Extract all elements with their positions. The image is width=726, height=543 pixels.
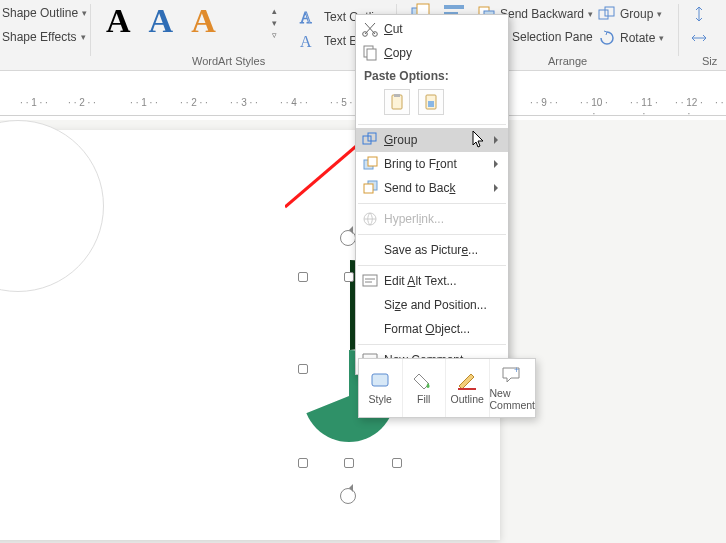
svg-text:A: A bbox=[300, 9, 312, 26]
bring-front-icon bbox=[361, 155, 379, 173]
rotate-button[interactable]: Rotate▾ bbox=[598, 30, 664, 46]
svg-rect-24 bbox=[368, 157, 377, 166]
width-icon bbox=[690, 30, 708, 46]
copy-icon bbox=[361, 44, 379, 62]
menu-size-and-position[interactable]: Size and Position... bbox=[356, 293, 508, 317]
cut-icon bbox=[361, 20, 379, 38]
svg-rect-21 bbox=[363, 136, 371, 144]
wordart-gallery-up[interactable]: ▴ bbox=[272, 6, 277, 16]
svg-rect-9 bbox=[599, 10, 608, 19]
ruler-tick: · · 13 · · bbox=[715, 97, 726, 119]
text-effects-icon: A bbox=[298, 30, 320, 52]
svg-rect-16 bbox=[367, 49, 376, 60]
selection-handle[interactable] bbox=[298, 364, 308, 374]
wordart-gallery[interactable]: A A A bbox=[106, 4, 216, 38]
context-menu: Cut Copy Paste Options: Group Bring to F… bbox=[355, 14, 509, 375]
text-outline-icon: A bbox=[298, 6, 320, 28]
wordart-style-2[interactable]: A bbox=[149, 4, 174, 38]
selection-handle[interactable] bbox=[298, 458, 308, 468]
ruler-tick: · · 4 · · bbox=[280, 97, 308, 108]
hyperlink-icon bbox=[361, 210, 379, 228]
ruler-tick: · · 5 · · bbox=[330, 97, 358, 108]
selection-handle[interactable] bbox=[392, 458, 402, 468]
svg-rect-22 bbox=[368, 133, 376, 141]
ruler-tick: · · 3 · · bbox=[230, 97, 258, 108]
height-icon bbox=[690, 6, 708, 22]
mini-style-button[interactable]: Style bbox=[359, 359, 403, 417]
clipboard-icon bbox=[388, 93, 406, 111]
shape-effects-button[interactable]: Shape Effects▾ bbox=[2, 30, 86, 44]
fill-icon bbox=[413, 371, 435, 391]
svg-rect-26 bbox=[364, 184, 373, 193]
ruler-tick: · · 2 · · bbox=[180, 97, 208, 108]
menu-save-as-picture[interactable]: Save as Picture... bbox=[356, 238, 508, 262]
new-comment-icon: + bbox=[501, 365, 523, 385]
ruler-tick: · · 11 · · bbox=[630, 97, 658, 119]
selection-handle[interactable] bbox=[344, 458, 354, 468]
mini-fill-button[interactable]: Fill bbox=[403, 359, 447, 417]
shape-outline-button[interactable]: Shape Outline▾ bbox=[2, 6, 87, 20]
send-back-icon bbox=[361, 179, 379, 197]
svg-text:A: A bbox=[300, 33, 312, 50]
menu-copy[interactable]: Copy bbox=[356, 41, 508, 65]
menu-hyperlink: Hyperlink... bbox=[356, 207, 508, 231]
paste-picture[interactable] bbox=[418, 89, 444, 115]
paste-use-theme[interactable] bbox=[384, 89, 410, 115]
menu-edit-alt-text[interactable]: Edit Alt Text... bbox=[356, 269, 508, 293]
ruler-tick: · · 9 · · bbox=[530, 97, 558, 108]
svg-rect-4 bbox=[444, 5, 464, 9]
style-icon bbox=[369, 371, 391, 391]
svg-rect-29 bbox=[372, 374, 388, 386]
svg-rect-18 bbox=[394, 94, 400, 97]
size-height-button[interactable] bbox=[690, 6, 708, 22]
wordart-style-3[interactable]: A bbox=[191, 4, 216, 38]
rotation-handle[interactable] bbox=[340, 488, 356, 504]
menu-cut[interactable]: Cut bbox=[356, 17, 508, 41]
alt-text-icon bbox=[361, 272, 379, 290]
menu-format-object[interactable]: Format Object... bbox=[356, 317, 508, 341]
size-width-button[interactable] bbox=[690, 30, 708, 46]
svg-rect-17 bbox=[392, 95, 402, 109]
svg-rect-28 bbox=[363, 275, 377, 286]
ruler-tick: · · 12 · · bbox=[675, 97, 703, 119]
ruler-tick: · · 10 · · bbox=[580, 97, 608, 119]
group-icon bbox=[598, 6, 616, 22]
group-icon bbox=[361, 131, 379, 149]
menu-group[interactable]: Group bbox=[356, 128, 508, 152]
svg-rect-20 bbox=[428, 101, 434, 107]
arrange-group-label: Arrange bbox=[548, 55, 587, 67]
wordart-styles-group-label: WordArt Styles bbox=[192, 55, 265, 67]
ruler-tick: · · 2 · · bbox=[68, 97, 96, 108]
svg-rect-10 bbox=[605, 7, 614, 16]
ruler-tick: · · 1 · · bbox=[130, 97, 158, 108]
outline-icon bbox=[456, 371, 478, 391]
ruler-tick: · · 1 · · bbox=[20, 97, 48, 108]
menu-bring-to-front[interactable]: Bring to Front bbox=[356, 152, 508, 176]
group-button[interactable]: Group▾ bbox=[598, 6, 662, 22]
wordart-gallery-down[interactable]: ▾ bbox=[272, 18, 277, 28]
clipboard-picture-icon bbox=[422, 93, 440, 111]
wordart-style-1[interactable]: A bbox=[106, 4, 131, 38]
wordart-gallery-more[interactable]: ▿ bbox=[272, 30, 277, 40]
selection-handle[interactable] bbox=[298, 272, 308, 282]
selection-handle[interactable] bbox=[344, 272, 354, 282]
mini-toolbar: Style Fill Outline + NewComment bbox=[358, 358, 536, 418]
mini-new-comment-button[interactable]: + NewComment bbox=[490, 359, 536, 417]
selection-pane-button[interactable]: Selection Pane bbox=[512, 30, 593, 44]
size-group-label: Siz bbox=[702, 55, 717, 67]
rotate-icon bbox=[598, 30, 616, 46]
paste-options-label: Paste Options: bbox=[356, 65, 508, 85]
svg-rect-30 bbox=[458, 388, 476, 390]
menu-send-to-back[interactable]: Send to Back bbox=[356, 176, 508, 200]
svg-text:+: + bbox=[514, 365, 519, 375]
rotation-handle[interactable] bbox=[340, 230, 356, 246]
mini-outline-button[interactable]: Outline bbox=[446, 359, 490, 417]
